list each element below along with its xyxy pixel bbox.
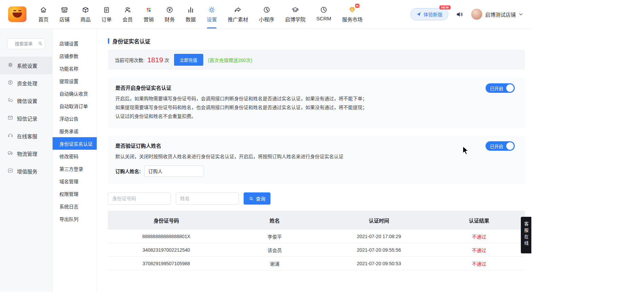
submenu-item-auto-cancel[interactable]: 自动取消订单 xyxy=(53,100,97,112)
submenu-item-change-password[interactable]: 修改密码 xyxy=(53,150,97,162)
nav-label: 营销 xyxy=(144,16,154,23)
sidebar-item-label: 物流管理 xyxy=(17,150,37,157)
submenu-item-third-party-login[interactable]: 第三方登录 xyxy=(53,162,97,175)
submenu-item-store-settings[interactable]: 店铺设置 xyxy=(53,37,97,49)
toggle-label: 已开启 xyxy=(490,143,503,149)
quota-label: 当前可用次数: xyxy=(115,57,145,63)
nav-item-goods[interactable]: 商品 xyxy=(80,5,91,23)
submenu-item-withdraw-settings[interactable]: 提现设置 xyxy=(53,75,97,87)
finance-icon xyxy=(166,6,173,14)
recharge-button[interactable]: 立即充值 xyxy=(174,54,203,66)
orderer-name-card: 是否验证订购人姓名 已开启 默认关闭，关闭时按照收货人姓名来进行身份证实名认证，… xyxy=(108,136,525,184)
orderer-name-input[interactable] xyxy=(144,165,204,177)
orderer-section-title: 是否验证订购人姓名 xyxy=(115,142,517,149)
verification-table: 身份证号码 姓名 认证时间 认证结果 88888888888888801X 李俊… xyxy=(108,211,525,270)
orderer-name-label: 订购人姓名: xyxy=(115,168,141,174)
nav-item-orders[interactable]: 订单 xyxy=(101,5,112,23)
nav-item-marketing[interactable]: 营销 xyxy=(143,5,154,23)
customer-service-tab[interactable]: 客服在线 xyxy=(521,217,531,253)
orderer-name-toggle[interactable]: 已开启 xyxy=(486,141,515,151)
submenu-item-store-params[interactable]: 店铺参数 xyxy=(53,49,97,62)
submenu-item-permission-management[interactable]: 权限管理 xyxy=(53,187,97,200)
submenu-item-export-queue[interactable]: 导出队列 xyxy=(53,212,97,225)
member-icon xyxy=(124,6,131,14)
cell-result: 不通过 xyxy=(433,230,525,243)
quota-unit: 次 xyxy=(165,57,169,63)
sidebar-item-system-settings[interactable]: 系统设置 xyxy=(0,57,52,74)
value-added-icon xyxy=(7,168,13,174)
sidebar-item-label: 增值服务 xyxy=(17,168,37,175)
app-logo[interactable] xyxy=(8,6,26,22)
cell-result: 不通过 xyxy=(433,257,525,270)
marketing-icon xyxy=(145,6,152,14)
sidebar-item-label: 系统设置 xyxy=(17,62,37,69)
nav-item-academy[interactable]: 启博学院 xyxy=(285,5,306,23)
service-market-icon: H xyxy=(348,6,356,14)
cell-time: 2021-07-20 09:55:56 xyxy=(325,243,433,256)
cell-name: 谢浦 xyxy=(225,257,325,270)
chevron-down-icon xyxy=(518,12,523,17)
try-new-version-button[interactable]: 体验新版 NEW xyxy=(411,8,448,20)
submenu-item-floating-notice[interactable]: 浮动公告 xyxy=(53,112,97,125)
id-number-input[interactable] xyxy=(108,192,171,205)
nav-label: 会员 xyxy=(122,16,133,23)
sidebar-item-value-added[interactable]: 增值服务 xyxy=(0,162,52,180)
page-title: 身份证实名认证 xyxy=(108,37,531,45)
store-icon xyxy=(61,6,68,14)
nav-item-miniprogram[interactable]: 小程序 xyxy=(259,5,274,23)
sidebar-item-funds[interactable]: 资金处理 xyxy=(0,74,52,92)
sidebar-item-wechat[interactable]: 微信设置 xyxy=(0,92,52,109)
sidebar-item-customer-service[interactable]: 在线客服 xyxy=(0,127,52,145)
rocket-icon xyxy=(416,12,421,17)
hot-badge: H xyxy=(355,4,360,8)
speaker-icon[interactable] xyxy=(456,11,463,18)
realname-toggle[interactable]: 已开启 xyxy=(486,83,515,93)
query-button[interactable]: 查询 xyxy=(244,192,270,205)
nav-item-scrm[interactable]: SCRM xyxy=(316,5,332,22)
toggle-label: 已开启 xyxy=(490,85,503,91)
data-icon xyxy=(187,6,194,14)
miniprogram-icon xyxy=(263,6,270,14)
main-content: 身份证实名认证 当前可用次数: 1819 次 立即充值 (首次充值赠送200次)… xyxy=(97,29,531,292)
logistics-icon xyxy=(7,150,13,157)
realname-desc-line: 开启后，如果购物需要填写身份证号码，会调用接口判断身份证和姓名是否通过实名认证，… xyxy=(115,95,517,103)
submenu-item-auto-confirm[interactable]: 自动确认收货 xyxy=(53,87,97,100)
nav-label: 启博学院 xyxy=(285,16,305,23)
nav-label: 服务市场 xyxy=(342,16,362,23)
sidebar-item-logistics[interactable]: 物流管理 xyxy=(0,145,52,162)
table-row: 88888888888888801X 李俊平 2021-07-20 17:08:… xyxy=(108,230,525,243)
nav-item-settings[interactable]: 设置 xyxy=(206,5,217,23)
sidebar-item-label: 在线客服 xyxy=(17,132,37,140)
submenu-item-feature-names[interactable]: 功能名称 xyxy=(53,62,97,75)
cell-name: 李俊平 xyxy=(225,230,325,243)
submenu-item-id-verification[interactable]: 身份证实名认证 xyxy=(53,137,97,150)
main-sidebar: 系统设置 资金处理 微信设置 短信记录 在线客服 xyxy=(0,29,53,292)
funds-icon xyxy=(7,80,13,86)
nav-item-promote[interactable]: 推广素材 xyxy=(227,5,248,23)
sidebar-search xyxy=(7,38,45,49)
promote-icon xyxy=(234,6,242,14)
sidebar-item-sms[interactable]: 短信记录 xyxy=(0,109,52,127)
nav-item-store[interactable]: 店铺 xyxy=(59,5,70,23)
submenu-item-service-promise[interactable]: 服务承诺 xyxy=(53,125,97,137)
nav-label: 推广素材 xyxy=(228,16,248,23)
name-input[interactable] xyxy=(176,192,239,205)
goods-icon xyxy=(82,6,89,14)
nav-item-members[interactable]: 会员 xyxy=(122,5,133,23)
order-icon xyxy=(103,6,110,14)
sidebar-item-label: 微信设置 xyxy=(17,97,37,104)
nav-item-service-market[interactable]: H 服务市场 xyxy=(342,5,363,23)
new-badge: NEW xyxy=(439,5,451,9)
nav-item-data[interactable]: 数据 xyxy=(185,5,196,23)
submenu-item-domain-management[interactable]: 域名管理 xyxy=(53,175,97,187)
nav-item-home[interactable]: 首页 xyxy=(38,5,49,23)
title-accent-bar xyxy=(108,38,109,44)
nav-item-finance[interactable]: 财务 xyxy=(164,5,175,23)
account-menu[interactable]: 启博测试店铺 xyxy=(471,8,523,20)
sub-sidebar: 店铺设置 店铺参数 功能名称 提现设置 自动确认收货 自动取消订单 浮动公告 服… xyxy=(53,29,97,292)
submenu-item-system-log[interactable]: 系统日志 xyxy=(53,200,97,212)
nav-label: 财务 xyxy=(165,16,175,23)
cell-name: 该会员 xyxy=(225,243,325,256)
submenu: 店铺设置 店铺参数 功能名称 提现设置 自动确认收货 自动取消订单 浮动公告 服… xyxy=(53,37,97,225)
nav-label: 订单 xyxy=(101,16,112,23)
